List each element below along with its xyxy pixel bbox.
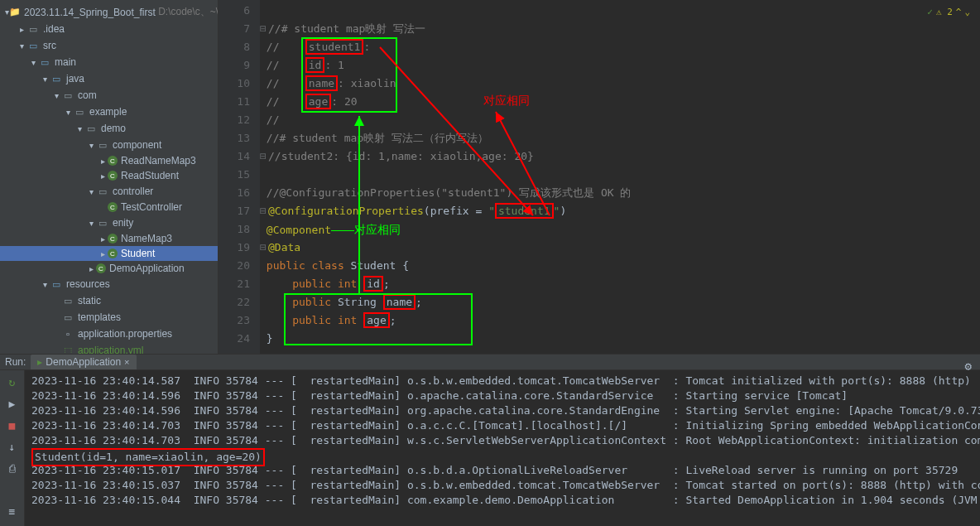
tree-item-main[interactable]: ▾▭main	[0, 54, 218, 70]
tree-item-resources[interactable]: ▾▭resources	[0, 276, 218, 292]
chevron-down-icon[interactable]: ⌄	[964, 3, 970, 22]
tree-item-java[interactable]: ▾▭java	[0, 70, 218, 87]
field-name: name	[383, 294, 416, 310]
tree-arrow-icon[interactable]: ▾	[51, 91, 61, 100]
run-tool-button-6[interactable]: ≡	[4, 503, 21, 519]
tree-item-label: Student	[121, 248, 155, 259]
tree-item-readnamemap3[interactable]: ▸CReadNameMap3	[0, 153, 218, 168]
tree-item--idea[interactable]: ▸▭.idea	[0, 21, 218, 37]
field-id: id	[363, 276, 383, 292]
warnings-badge[interactable]: ✓ ⚠ 2 ^ ⌄	[927, 3, 970, 22]
log-line: 2023-11-16 23:40:15.037 INFO 35784 --- […	[31, 478, 973, 493]
tree-arrow-icon[interactable]: ▾	[86, 219, 96, 228]
tree-arrow-icon[interactable]: ▸	[98, 171, 108, 181]
tree-item-controller[interactable]: ▾▭controller	[0, 183, 218, 200]
tree-item-src[interactable]: ▾▭src	[0, 37, 218, 54]
tree-label: 2023.11.14_Spring_Boot_first	[24, 7, 156, 18]
tree-item-namemap3[interactable]: ▸CNameMap3	[0, 231, 218, 246]
warnings-count: 2	[947, 7, 953, 17]
tree-item-label: demo	[101, 123, 126, 134]
line-number: 18	[219, 220, 250, 239]
tree-path: D:\code\c、~\2023.11.14_Spri	[156, 5, 219, 19]
tree-arrow-icon[interactable]: ▸	[86, 264, 96, 273]
line-number: 10	[219, 75, 250, 93]
line-number: 13	[219, 129, 250, 147]
yaml-key-id: id	[305, 57, 325, 73]
line-number: 14	[219, 147, 250, 166]
run-tool-button-3[interactable]: ↓	[4, 438, 21, 455]
run-tab[interactable]: ▸ DemoApplication ×	[31, 355, 136, 369]
tree-item-label: main	[55, 56, 76, 68]
line-number: 19	[219, 239, 250, 257]
tree-arrow-icon[interactable]: ▾	[86, 187, 96, 196]
project-tree-panel[interactable]: ▾ 📁 2023.11.14_Spring_Boot_first D:\code…	[0, 0, 219, 354]
run-tool-button-0[interactable]: ↻	[4, 374, 21, 390]
gear-icon[interactable]: ⚙	[965, 360, 972, 373]
code-text: ;	[383, 277, 390, 290]
line-number: 16	[219, 184, 250, 202]
tree-arrow-icon[interactable]: ▾	[86, 141, 96, 150]
tree-item-label: ReadNameMap3	[121, 155, 196, 166]
tree-item-label: NameMap3	[121, 233, 172, 244]
tree-arrow-icon[interactable]: ▾	[40, 75, 50, 84]
tree-arrow-icon[interactable]: ▾	[28, 58, 38, 67]
tree-item-com[interactable]: ▾▭com	[0, 87, 218, 104]
log-line: Student(id=1, name=xiaolin, age=20)	[31, 448, 973, 463]
class-icon: C	[108, 171, 118, 181]
folder-icon: ▭	[61, 89, 74, 102]
code-text: //	[267, 41, 305, 53]
line-number: 6	[219, 2, 250, 20]
tree-item-application-yml[interactable]: ⬚application.yml	[0, 342, 218, 354]
tree-item-label: example	[89, 106, 127, 118]
tree-arrow-icon[interactable]: ▸	[98, 234, 108, 244]
code-editor[interactable]: 6789101112131415161718192021222324 ✓ ⚠ 2…	[219, 0, 980, 354]
line-number: 11	[219, 93, 250, 111]
code-content[interactable]: ✓ ⚠ 2 ^ ⌄ ⊟//# student map映射 写法一 // stud…	[260, 0, 980, 354]
run-tool-button-4[interactable]: ⎙	[4, 460, 21, 476]
run-tool-button-2[interactable]: ■	[4, 417, 21, 433]
tree-item-application-properties[interactable]: ▫application.properties	[0, 326, 218, 342]
tree-item-testcontroller[interactable]: CTestController	[0, 200, 218, 215]
play-icon: ▸	[37, 356, 42, 368]
tree-item-example[interactable]: ▾▭example	[0, 104, 218, 120]
tree-item-demo[interactable]: ▾▭demo	[0, 120, 218, 137]
code-text: //	[267, 59, 305, 71]
tree-arrow-icon[interactable]: ▾	[74, 124, 84, 133]
tree-item-readstudent[interactable]: ▸CReadStudent	[0, 168, 218, 183]
tree-item-label: java	[66, 73, 84, 84]
code-text: "	[488, 205, 495, 217]
run-tab-label: DemoApplication	[46, 356, 121, 368]
tree-item-templates[interactable]: ▭templates	[0, 309, 218, 326]
log-output[interactable]: 2023-11-16 23:40:14.587 INFO 35784 --- […	[25, 370, 980, 526]
tree-arrow-icon[interactable]: ▾	[40, 280, 50, 289]
tree-item-static[interactable]: ▭static	[0, 292, 218, 309]
line-number: 17	[219, 202, 250, 220]
tree-root[interactable]: ▾ 📁 2023.11.14_Spring_Boot_first D:\code…	[0, 3, 218, 21]
run-panel: Run: ▸ DemoApplication × ↻▶■↓⎙≡⋮ 2023-11…	[0, 355, 980, 526]
run-header: Run: ▸ DemoApplication ×	[0, 355, 980, 370]
tree-item-enity[interactable]: ▾▭enity	[0, 215, 218, 231]
log-line: 2023-11-16 23:40:14.703 INFO 35784 --- […	[31, 418, 973, 433]
tree-item-student[interactable]: ▸CStudent	[0, 246, 218, 261]
tree-arrow-icon[interactable]: ▸	[98, 157, 108, 166]
tree-item-component[interactable]: ▾▭component	[0, 137, 218, 153]
close-icon[interactable]: ×	[124, 357, 129, 367]
tree-item-label: application.yml	[78, 345, 143, 354]
type: int	[338, 277, 363, 290]
code-text: ;	[416, 296, 422, 308]
keyword: public	[292, 314, 338, 326]
line-number: 7	[219, 20, 250, 38]
tree-item-demoapplication[interactable]: ▸CDemoApplication	[0, 261, 218, 276]
run-tool-button-1[interactable]: ▶	[4, 395, 21, 412]
annotation-hint-green: ——对应相同	[331, 223, 401, 236]
line-number: 21	[219, 275, 250, 293]
tree-arrow-icon[interactable]: ▾	[63, 108, 73, 117]
tree-arrow-icon[interactable]: ▸	[98, 249, 108, 258]
tree-arrow-icon[interactable]: ▾	[17, 41, 26, 51]
run-tool-button-5[interactable]	[4, 481, 21, 498]
code-text: //	[267, 113, 280, 126]
tree-arrow-icon[interactable]: ▸	[17, 25, 26, 34]
log-line: 2023-11-16 23:40:15.044 INFO 35784 --- […	[31, 493, 973, 508]
field-age: age	[363, 312, 389, 328]
log-line: 2023-11-16 23:40:14.703 INFO 35784 --- […	[31, 433, 973, 448]
